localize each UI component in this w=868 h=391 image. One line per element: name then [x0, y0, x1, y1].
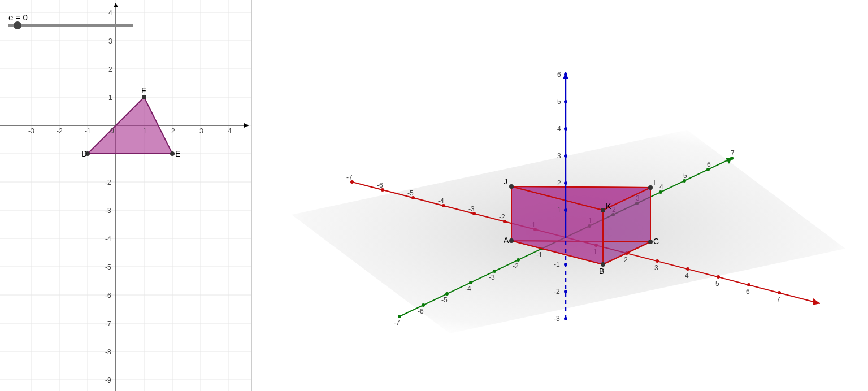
y-axis-arrow-icon [114, 3, 118, 7]
grid-2d [0, 0, 251, 391]
svg-text:-4: -4 [438, 197, 444, 205]
svg-text:C: C [653, 237, 659, 246]
label-D: D [81, 149, 87, 158]
slider-track[interactable] [8, 24, 133, 27]
svg-text:L: L [653, 178, 658, 187]
label-E: E [175, 149, 180, 158]
svg-text:4: 4 [557, 125, 561, 133]
svg-point-122 [564, 100, 567, 103]
svg-text:0: 0 [110, 127, 114, 135]
svg-text:-7: -7 [394, 319, 400, 327]
svg-text:-1: -1 [554, 260, 560, 268]
svg-text:5: 5 [715, 280, 719, 288]
svg-point-123 [564, 73, 567, 76]
svg-text:-4: -4 [105, 235, 111, 243]
svg-text:-6: -6 [418, 307, 424, 315]
svg-text:4: 4 [108, 9, 112, 17]
svg-point-54 [422, 303, 425, 307]
svg-point-75 [747, 283, 750, 286]
svg-text:6: 6 [707, 160, 711, 168]
svg-text:4: 4 [685, 272, 689, 280]
svg-text:-1: -1 [85, 127, 91, 135]
svg-text:-6: -6 [377, 181, 383, 189]
svg-text:-3: -3 [105, 207, 111, 215]
svg-text:4: 4 [659, 183, 663, 191]
svg-text:-9: -9 [105, 376, 111, 384]
panel-3d[interactable]: 12 34 56 7 -1-2 -3-4 -5-6 -7 [252, 0, 868, 391]
svg-text:-2: -2 [57, 127, 63, 135]
label-F: F [141, 86, 146, 95]
svg-point-50 [517, 258, 520, 262]
svg-text:-2: -2 [513, 262, 519, 270]
svg-point-76 [778, 291, 781, 294]
svg-point-126 [564, 317, 567, 320]
svg-point-53 [445, 292, 449, 296]
x-axis-arrow-icon [244, 123, 249, 128]
svg-text:3: 3 [557, 152, 561, 160]
svg-text:2: 2 [171, 127, 175, 135]
x-axis-arrow-icon [813, 298, 820, 305]
svg-text:3: 3 [199, 127, 203, 135]
graph-2d[interactable]: D E F -3 -2 -1 0 1 2 3 4 4 3 2 1 -2 -3 [0, 0, 251, 391]
svg-text:3: 3 [654, 264, 658, 272]
svg-text:-4: -4 [465, 285, 471, 293]
svg-text:-5: -5 [407, 189, 414, 197]
svg-text:-5: -5 [441, 296, 448, 304]
svg-text:K: K [606, 202, 611, 211]
svg-text:2: 2 [557, 179, 561, 187]
svg-point-108 [648, 240, 653, 244]
svg-text:-6: -6 [105, 292, 111, 299]
svg-text:-8: -8 [105, 348, 111, 356]
svg-text:J: J [504, 177, 507, 186]
svg-text:5: 5 [683, 172, 687, 180]
svg-point-118 [564, 208, 567, 212]
svg-point-52 [469, 281, 472, 284]
svg-text:1: 1 [557, 206, 561, 214]
svg-text:6: 6 [746, 288, 750, 296]
svg-text:-3: -3 [468, 205, 475, 213]
graph-3d[interactable]: 12 34 56 7 -1-2 -3-4 -5-6 -7 [252, 0, 868, 391]
svg-text:-3: -3 [554, 315, 560, 323]
svg-point-109 [509, 184, 514, 189]
svg-text:1: 1 [108, 94, 112, 102]
svg-point-125 [564, 290, 567, 293]
svg-text:B: B [599, 267, 604, 276]
svg-text:-3: -3 [28, 127, 34, 135]
svg-text:-5: -5 [105, 263, 111, 271]
svg-text:2: 2 [624, 256, 628, 264]
slider-handle[interactable] [14, 21, 21, 29]
svg-point-106 [509, 238, 514, 243]
svg-text:1: 1 [143, 127, 147, 135]
svg-text:-2: -2 [105, 179, 111, 186]
svg-point-74 [717, 275, 720, 279]
svg-text:-3: -3 [489, 273, 495, 281]
svg-text:A: A [504, 236, 509, 245]
svg-text:6: 6 [557, 71, 561, 79]
svg-text:-7: -7 [346, 173, 353, 181]
svg-point-51 [493, 270, 496, 273]
svg-text:-2: -2 [554, 288, 560, 296]
svg-point-124 [564, 263, 567, 266]
svg-text:4: 4 [228, 127, 232, 135]
svg-point-111 [648, 185, 653, 190]
svg-point-107 [601, 262, 605, 267]
svg-text:-7: -7 [105, 320, 111, 328]
point-F[interactable] [142, 95, 146, 99]
slider-label: e = 0 [8, 12, 28, 22]
svg-text:2: 2 [108, 66, 112, 73]
svg-text:-2: -2 [499, 213, 505, 221]
point-E[interactable] [170, 151, 175, 156]
svg-point-73 [686, 267, 689, 271]
svg-point-120 [564, 154, 567, 158]
svg-text:7: 7 [776, 296, 780, 303]
svg-text:3: 3 [108, 37, 112, 45]
svg-text:5: 5 [557, 98, 561, 106]
svg-text:-1: -1 [536, 251, 542, 259]
svg-point-121 [564, 127, 567, 131]
y-ticks-2d: 4 3 2 1 -2 -3 -4 -5 -6 -7 -8 -9 [105, 9, 112, 384]
svg-point-55 [398, 315, 401, 318]
svg-point-110 [601, 208, 605, 212]
svg-point-119 [564, 181, 567, 185]
panel-2d[interactable]: e = 0 [0, 0, 252, 391]
svg-text:7: 7 [731, 149, 735, 157]
